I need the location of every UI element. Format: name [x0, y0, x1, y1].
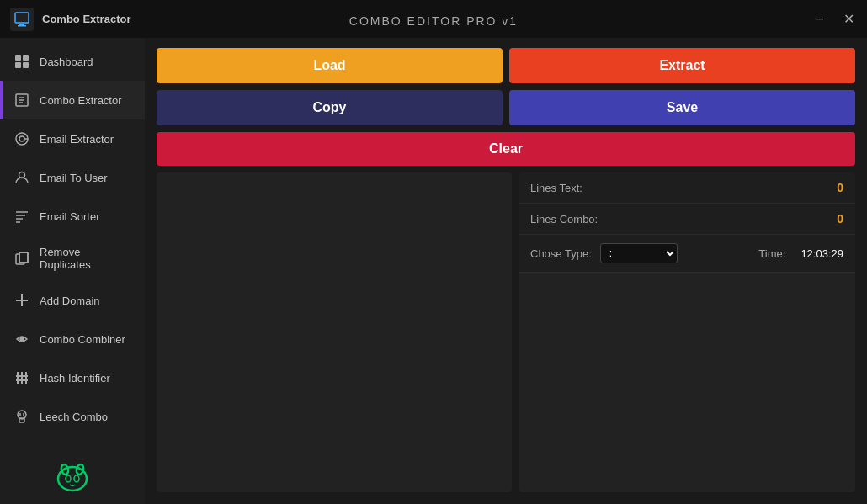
- dashboard-icon: [13, 52, 31, 71]
- sidebar-item-email-extractor[interactable]: Email Extractor: [0, 119, 145, 158]
- email-to-user-icon: [13, 168, 31, 187]
- clear-button[interactable]: Clear: [157, 132, 855, 166]
- sidebar-item-leech-combo[interactable]: Leech Combo: [0, 397, 145, 436]
- svg-rect-26: [21, 372, 23, 384]
- svg-rect-20: [19, 252, 28, 263]
- chose-type-label: Chose Type:: [530, 247, 592, 260]
- sidebar-item-combo-combiner[interactable]: Combo Combiner: [0, 320, 145, 358]
- app-branding: Combo Extractor: [10, 8, 130, 31]
- right-info-panel: Lines Text: 0 Lines Combo: 0 Chose Type:…: [519, 172, 855, 492]
- sidebar-label-combo-combiner: Combo Combiner: [40, 333, 125, 346]
- lines-text-label: Lines Text:: [530, 182, 582, 194]
- svg-point-12: [19, 136, 24, 141]
- type-time-row: Chose Type: : email:pass user:pass pass:…: [519, 235, 855, 273]
- lines-combo-row: Lines Combo: 0: [519, 204, 855, 235]
- sidebar-item-email-sorter[interactable]: Email Sorter: [0, 197, 145, 236]
- svg-rect-5: [15, 62, 21, 68]
- svg-rect-23: [16, 300, 28, 301]
- sidebar-label-dashboard: Dashboard: [40, 56, 93, 68]
- svg-point-38: [74, 475, 79, 482]
- sidebar-label-email-sorter: Email Sorter: [40, 210, 100, 223]
- main-layout: Dashboard Combo Extractor: [0, 38, 867, 504]
- copy-button[interactable]: Copy: [157, 90, 503, 125]
- monitor-icon: [13, 11, 30, 28]
- svg-rect-28: [16, 375, 28, 377]
- combo-extractor-icon: [13, 91, 31, 109]
- svg-point-24: [20, 337, 24, 341]
- app-icon: [10, 8, 34, 31]
- svg-rect-3: [15, 55, 21, 61]
- load-button[interactable]: Load: [157, 48, 503, 83]
- main-title: COMBO EDITOR PRO v1: [349, 8, 518, 30]
- sidebar-label-remove-duplicates: Remove Duplicates: [40, 246, 132, 271]
- sidebar-label-email-extractor: Email Extractor: [40, 133, 114, 146]
- lines-text-value: 0: [837, 181, 843, 194]
- svg-rect-4: [23, 55, 29, 61]
- svg-rect-27: [25, 372, 27, 384]
- sidebar-item-combo-extractor[interactable]: Combo Extractor: [0, 81, 145, 119]
- close-button[interactable]: ✕: [840, 11, 857, 28]
- title-bar: Combo Extractor COMBO EDITOR PRO v1 − ✕: [0, 0, 867, 38]
- sidebar-label-leech-combo: Leech Combo: [40, 411, 108, 423]
- svg-rect-25: [17, 372, 19, 384]
- time-value: 12:03:29: [801, 247, 843, 260]
- email-sorter-icon: [13, 207, 31, 225]
- remove-duplicates-icon: [13, 249, 31, 268]
- combo-combiner-icon: [13, 330, 31, 348]
- add-domain-icon: [13, 291, 31, 310]
- button-row-2: Copy Save: [157, 90, 855, 125]
- sidebar-label-email-to-user: Email To User: [40, 172, 108, 184]
- svg-point-37: [66, 475, 71, 482]
- lines-combo-label: Lines Combo:: [530, 213, 598, 225]
- window-controls: − ✕: [811, 11, 857, 28]
- hash-identifier-icon: [13, 369, 31, 387]
- left-text-area: [157, 172, 512, 492]
- sidebar-item-hash-identifier[interactable]: Hash Identifier: [0, 358, 145, 397]
- lines-text-row: Lines Text: 0: [519, 172, 855, 204]
- sidebar-item-dashboard[interactable]: Dashboard: [0, 42, 145, 81]
- top-panel: Load Extract Copy Save Clear: [145, 38, 867, 172]
- minimize-button[interactable]: −: [811, 11, 828, 28]
- svg-rect-31: [19, 418, 24, 422]
- sidebar-item-add-domain[interactable]: Add Domain: [0, 281, 145, 320]
- lines-combo-value: 0: [837, 212, 843, 225]
- content-area: Load Extract Copy Save Clear Lines Text:…: [145, 38, 867, 504]
- chose-type-select[interactable]: : email:pass user:pass pass:email: [600, 243, 678, 263]
- svg-rect-2: [18, 25, 26, 27]
- sidebar: Dashboard Combo Extractor: [0, 38, 145, 504]
- email-extractor-icon: [13, 130, 31, 148]
- sidebar-label-combo-extractor: Combo Extractor: [40, 94, 122, 107]
- leech-combo-icon: [13, 407, 31, 426]
- svg-rect-29: [16, 379, 28, 381]
- sidebar-item-remove-duplicates[interactable]: Remove Duplicates: [0, 236, 145, 281]
- sidebar-label-add-domain: Add Domain: [40, 294, 100, 307]
- app-title-label: Combo Extractor: [42, 13, 130, 25]
- cat-logo-icon: [51, 454, 93, 496]
- extract-button[interactable]: Extract: [509, 48, 855, 83]
- sidebar-label-hash-identifier: Hash Identifier: [40, 372, 110, 385]
- svg-rect-1: [19, 24, 24, 25]
- sidebar-item-email-to-user[interactable]: Email To User: [0, 158, 145, 197]
- svg-rect-6: [23, 62, 29, 68]
- save-button[interactable]: Save: [509, 90, 855, 125]
- svg-rect-0: [15, 13, 29, 23]
- right-text-area: [519, 273, 855, 492]
- time-label: Time:: [758, 247, 785, 260]
- button-row-1: Load Extract: [157, 48, 855, 83]
- two-column-layout: Lines Text: 0 Lines Combo: 0 Chose Type:…: [145, 172, 867, 504]
- sidebar-bottom-logo: [0, 445, 145, 504]
